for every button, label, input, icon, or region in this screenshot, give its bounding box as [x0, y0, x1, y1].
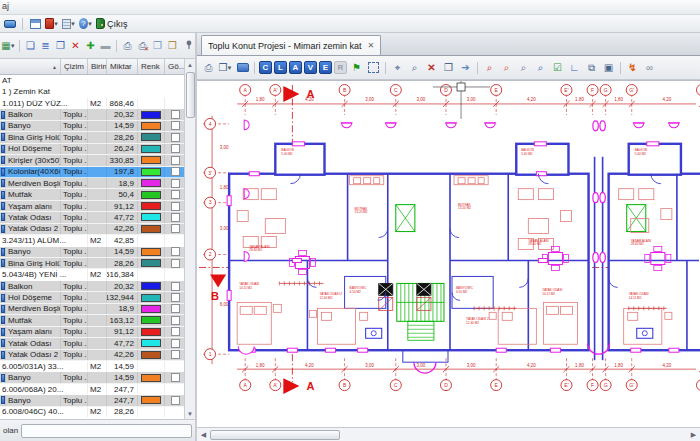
visibility-checkbox[interactable] — [171, 304, 180, 313]
visibility-checkbox[interactable] — [171, 293, 180, 302]
table-row[interactable]: Yaşam alanıToplu ...91,12 — [0, 327, 184, 338]
table-row[interactable]: 1.011) DÜZ YÜZ...M2868,46 — [0, 98, 184, 109]
color-swatch[interactable] — [141, 294, 161, 302]
grid-vertical-scrollbar[interactable]: ▲ ▼ — [184, 59, 195, 419]
color-swatch[interactable] — [141, 328, 161, 336]
status-field[interactable] — [21, 424, 192, 438]
delete-button[interactable]: ✕ — [424, 60, 439, 75]
properties-button[interactable]: ❏ — [24, 39, 37, 52]
copy-button[interactable]: ❐▼ — [218, 60, 233, 75]
table-row[interactable]: Kolonlar(40X60)Toplu ...197,8 — [0, 167, 184, 178]
color-swatch[interactable] — [141, 191, 161, 199]
layer-button-l[interactable]: L — [274, 61, 287, 74]
column-miktar[interactable]: Miktar — [107, 59, 138, 74]
column-birim[interactable]: Birim — [88, 59, 107, 74]
table-row[interactable]: Merdiven BoşluğuToplu ...18,9 — [0, 304, 184, 315]
visibility-checkbox[interactable] — [171, 144, 180, 153]
table-row[interactable]: BanyoToplu ...14,59 — [0, 247, 184, 258]
remove-button[interactable]: ▬ — [99, 39, 112, 52]
table-row[interactable]: Yatak OdasıToplu ...47,72 — [0, 212, 184, 223]
table-row[interactable]: Merdiven BoşluğuToplu ...18,9 — [0, 178, 184, 189]
visibility-checkbox[interactable] — [171, 259, 180, 268]
table-row[interactable]: Hol DöşemeToplu ...26,24 — [0, 144, 184, 155]
table-row[interactable]: Kirişler (30x50)Toplu ...330,85 — [0, 155, 184, 166]
visibility-checkbox[interactable] — [171, 213, 180, 222]
color-swatch[interactable] — [141, 259, 161, 267]
measure-button[interactable]: ∟ — [567, 60, 582, 75]
close-icon[interactable]: ✕ — [368, 41, 375, 50]
table-row[interactable]: BanyoToplu ...14,59 — [0, 372, 184, 383]
paste-button[interactable]: ❒ — [166, 39, 179, 52]
column-name[interactable]: ▲ — [0, 59, 61, 74]
duplicate-button[interactable]: ❐ — [54, 39, 67, 52]
table-row[interactable]: Bina Giriş HolüToplu ...28,26 — [0, 132, 184, 143]
help-button[interactable]: ?▼ — [79, 17, 93, 31]
table-row[interactable]: 6.005/031A) 33...M214,59 — [0, 361, 184, 372]
color-swatch[interactable] — [141, 351, 161, 359]
scroll-left-icon[interactable]: ◀ — [197, 431, 210, 439]
visibility-checkbox[interactable] — [171, 202, 180, 211]
add-button[interactable]: ✚ — [84, 39, 97, 52]
column-cizim[interactable]: Çizim — [61, 59, 88, 74]
refresh-button[interactable]: ↯ — [625, 60, 640, 75]
table-row[interactable]: Hol DöşemeToplu ...132,944 — [0, 292, 184, 303]
color-swatch[interactable] — [141, 145, 161, 153]
table-row[interactable]: 1 ) Zemin Kat — [0, 86, 184, 97]
pick-point-button[interactable]: ⌖ — [390, 60, 405, 75]
color-swatch[interactable] — [141, 282, 161, 290]
visibility-checkbox[interactable] — [171, 350, 180, 359]
app-button[interactable] — [3, 17, 17, 31]
table-row[interactable]: BalkonToplu ...20,32 — [0, 281, 184, 292]
visibility-checkbox[interactable] — [171, 373, 180, 382]
color-swatch[interactable] — [141, 374, 161, 382]
go-button[interactable]: ➔ — [458, 60, 473, 75]
color-swatch[interactable] — [141, 179, 161, 187]
layer-button-r[interactable]: R — [334, 61, 347, 74]
column-renk[interactable]: Renk — [138, 59, 165, 74]
visibility-checkbox[interactable] — [171, 110, 180, 119]
zoom-window-button[interactable]: ⌕ — [516, 60, 531, 75]
list-button[interactable]: ≣ — [39, 39, 52, 52]
color-swatch[interactable] — [141, 396, 161, 404]
table-row[interactable]: Yatak Odası 2Toplu ...42,26 — [0, 224, 184, 235]
selection-box-button[interactable] — [366, 60, 381, 75]
visibility-checkbox[interactable] — [171, 247, 180, 256]
layer-table-button[interactable]: ▦▼ — [2, 39, 15, 52]
clipboard-button[interactable]: ⧉ — [584, 60, 599, 75]
layer-button-e[interactable]: E — [319, 61, 332, 74]
color-swatch[interactable] — [141, 225, 161, 233]
scrollbar-thumb[interactable] — [186, 72, 195, 118]
visibility-checkbox[interactable] — [171, 190, 180, 199]
visibility-checkbox[interactable] — [171, 282, 180, 291]
color-swatch[interactable] — [141, 202, 161, 210]
table-row[interactable]: Bina Giriş HolüToplu ...28,26 — [0, 258, 184, 269]
table-row[interactable]: BanyoToplu ...247,7 — [0, 395, 184, 406]
visibility-checkbox[interactable] — [171, 167, 180, 176]
color-swatch[interactable] — [141, 305, 161, 313]
visibility-checkbox[interactable] — [171, 156, 180, 165]
reports-button[interactable]: ▼ — [45, 17, 59, 31]
table-row[interactable]: 6.008/046C) 40...M228,26 — [0, 407, 184, 418]
zoom-in-button[interactable]: ⌕ — [482, 60, 497, 75]
print-cancel-button[interactable]: ⎙✕ — [136, 39, 149, 52]
layers-button[interactable]: ❐ — [441, 60, 456, 75]
visibility-checkbox[interactable] — [171, 179, 180, 188]
frame-button[interactable]: ▣ — [601, 60, 616, 75]
column-goster[interactable]: Gö... — [165, 59, 186, 74]
color-swatch[interactable] — [141, 339, 161, 347]
grid-header[interactable]: ▲ÇizimBirimMiktarRenkGö... — [0, 59, 195, 75]
color-swatch[interactable] — [141, 248, 161, 256]
print-button[interactable]: ⎙ — [121, 39, 134, 52]
visibility-checkbox[interactable] — [171, 396, 180, 405]
flag-button[interactable]: ⚑ — [349, 60, 364, 75]
print-button[interactable]: ⎙ — [201, 60, 216, 75]
table-row[interactable]: MutfakToplu ...163,12 — [0, 315, 184, 326]
pin-icon[interactable] — [185, 40, 193, 51]
table-row[interactable]: Yaşam alanıToplu ...91,12 — [0, 201, 184, 212]
scrollbar-thumb[interactable] — [210, 430, 340, 440]
drawing-canvas[interactable]: 1,801,804,204,203,003,003,003,003,003,00… — [197, 80, 700, 427]
visibility-checkbox[interactable] — [171, 224, 180, 233]
tab-drawing[interactable]: Toplu Konut Projesi - Mimari zemin kat ✕ — [201, 35, 381, 55]
search-button[interactable]: ⌕ — [407, 60, 422, 75]
table-row[interactable]: AT — [0, 75, 184, 86]
